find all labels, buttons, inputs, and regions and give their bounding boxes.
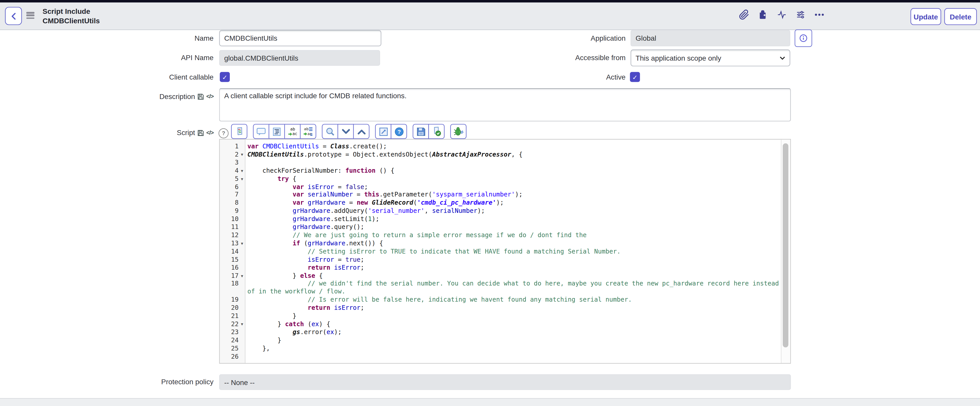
replace-all-button[interactable]: abac (300, 124, 317, 139)
format-code-button[interactable] (269, 124, 285, 139)
code-line[interactable]: 26 (220, 353, 782, 361)
debug-script-button[interactable] (450, 124, 466, 139)
footer-bar (0, 398, 980, 406)
line-gutter: 7 (220, 191, 245, 199)
editor-help-icon[interactable]: ? (219, 128, 229, 138)
copy-record-icon[interactable] (757, 9, 768, 20)
code-line[interactable]: 2▼CMDBClientUtils.prototype = Object.ext… (220, 151, 782, 159)
open-in-full-editor-button[interactable] (375, 124, 391, 139)
code-line[interactable]: 17▼ } else { (220, 272, 782, 280)
line-number: 6 (221, 183, 239, 191)
attachment-icon[interactable] (738, 9, 750, 20)
fold-arrow-icon[interactable]: ▼ (239, 320, 245, 329)
find-next-button[interactable] (337, 124, 354, 139)
code-line[interactable]: 3 (220, 159, 782, 167)
line-source: } else { (245, 272, 781, 280)
name-input[interactable]: CMDBClientUtils (219, 30, 381, 46)
line-gutter: 25 (220, 344, 245, 353)
active-checkbox[interactable]: ✓ (630, 72, 640, 82)
code-field-icon[interactable]: </> (206, 130, 213, 136)
description-label-row: Description </> (159, 93, 214, 100)
script-label-row: Script </> (177, 129, 213, 136)
line-source: grHardware.query(); (245, 224, 781, 232)
save-field-icon[interactable] (197, 129, 205, 136)
fold-arrow-icon[interactable]: ▼ (239, 167, 245, 175)
line-gutter: 16 (220, 264, 245, 272)
client-callable-checkbox[interactable]: ✓ (220, 72, 230, 82)
code-line[interactable]: 25 }, (220, 344, 782, 353)
script-checker-button[interactable] (231, 124, 248, 139)
script-code-editor[interactable]: 1var CMDBClientUtils = Class.create();2▼… (219, 139, 791, 363)
activity-stream-icon[interactable] (776, 9, 787, 20)
line-number: 4 (221, 167, 239, 175)
code-line[interactable]: 5▼ try { (220, 175, 782, 183)
fold-arrow-icon[interactable]: ▼ (239, 240, 245, 248)
fold-arrow-icon[interactable]: ▼ (239, 272, 245, 280)
line-gutter: 23 (220, 328, 245, 337)
line-source: grHardware.setLimit(1); (245, 216, 781, 224)
code-line[interactable]: 6 var isError = false; (220, 183, 782, 191)
code-line[interactable]: 4▼ checkForSerialNumber: function () { (220, 167, 782, 175)
line-source: return isError; (245, 304, 781, 312)
code-line[interactable]: 12 // We are just going to return a simp… (220, 232, 782, 240)
line-gutter: 14 (220, 247, 245, 256)
line-number: 1 (221, 143, 239, 151)
application-label: Application (591, 35, 625, 42)
accessible-from-select[interactable]: This application scope only (631, 49, 790, 66)
code-line[interactable]: 23 gs.error(ex); (220, 328, 782, 337)
line-source: } (245, 312, 781, 320)
code-line[interactable]: 9 grHardware.addQuery('serial_number', s… (220, 207, 782, 216)
code-line[interactable]: 8 var grHardware = new GlideRecord('cmdb… (220, 199, 782, 208)
save-script-button[interactable] (412, 124, 429, 139)
save-field-icon[interactable] (197, 93, 205, 100)
update-button[interactable]: Update (910, 8, 941, 25)
line-source: // Setting isError to TRUE to indicate t… (245, 247, 781, 256)
code-field-icon[interactable]: </> (206, 94, 213, 100)
editor-scrollbar[interactable] (781, 140, 790, 363)
code-line[interactable]: 15 isError = true; (220, 256, 782, 264)
description-textarea[interactable]: A client callable script include for CMD… (219, 88, 791, 122)
line-gutter: 11 (220, 224, 245, 232)
accessible-from-value: This application scope only (635, 54, 721, 62)
code-line[interactable]: 14 // Setting isError to TRUE to indicat… (220, 247, 782, 256)
code-line[interactable]: 22▼ } catch (ex) { (220, 320, 782, 329)
code-line[interactable]: 13▼ if (grHardware.next()) { (220, 240, 782, 248)
code-line[interactable]: 11 grHardware.query(); (220, 224, 782, 232)
line-source: } catch (ex) { (245, 320, 781, 329)
code-line[interactable]: 7 var serialNumber = this.getParameter('… (220, 191, 782, 199)
line-source: if (grHardware.next()) { (245, 240, 781, 248)
editor-help-button[interactable]: ? (391, 124, 407, 139)
fold-arrow-icon[interactable]: ▼ (239, 175, 245, 183)
protection-policy-label: Protection policy (161, 378, 213, 385)
back-button[interactable] (5, 7, 22, 25)
search-button[interactable] (322, 124, 338, 139)
line-gutter: 2▼ (220, 151, 245, 159)
personalize-form-icon[interactable] (795, 9, 806, 20)
code-line[interactable]: 10 grHardware.setLimit(1); (220, 216, 782, 224)
line-source: // Is error will be false here, indicati… (245, 296, 781, 304)
replace-button[interactable]: abac (284, 124, 301, 139)
api-name-field: global.CMDBClientUtils (219, 50, 380, 66)
line-source: return isError; (245, 264, 781, 272)
line-source: var grHardware = new GlideRecord('cmdb_c… (245, 199, 781, 208)
code-line[interactable]: 24 } (220, 337, 782, 345)
code-line[interactable]: 16 return isError; (220, 264, 782, 272)
code-line[interactable]: 19 // Is error will be false here, indic… (220, 296, 782, 304)
delete-button[interactable]: Delete (944, 8, 977, 25)
fold-arrow-icon[interactable]: ▼ (239, 151, 245, 159)
application-info-button[interactable] (795, 29, 812, 47)
code-line[interactable]: 18 // we didn't find the serial number. … (220, 280, 782, 296)
line-number: 5 (221, 175, 239, 183)
more-options-icon[interactable] (813, 9, 825, 20)
scrollbar-thumb[interactable] (783, 143, 788, 347)
code-line[interactable]: 21 } (220, 312, 782, 320)
context-menu-icon[interactable] (26, 12, 35, 19)
code-line[interactable]: 1var CMDBClientUtils = Class.create(); (220, 143, 782, 151)
code-line[interactable]: 20 return isError; (220, 304, 782, 312)
line-gutter: 12 (220, 232, 245, 240)
toggle-comment-button[interactable] (253, 124, 269, 139)
line-gutter: 9 (220, 207, 245, 216)
code-lines: 1var CMDBClientUtils = Class.create();2▼… (220, 143, 782, 361)
find-previous-button[interactable] (353, 124, 369, 139)
validate-script-button[interactable] (428, 124, 445, 139)
